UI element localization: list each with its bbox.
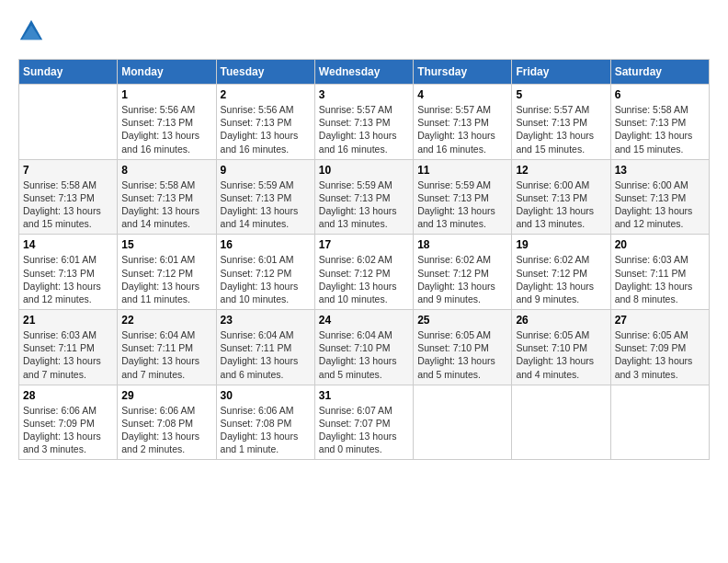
calendar-cell [19, 85, 118, 160]
day-info: Sunrise: 5:57 AMSunset: 7:13 PMDaylight:… [417, 104, 495, 155]
calendar-cell: 6 Sunrise: 5:58 AMSunset: 7:13 PMDayligh… [610, 85, 709, 160]
day-number: 4 [417, 88, 507, 101]
day-info: Sunrise: 6:01 AMSunset: 7:12 PMDaylight:… [221, 254, 299, 304]
calendar-cell: 8 Sunrise: 5:58 AMSunset: 7:13 PMDayligh… [118, 159, 216, 235]
calendar-cell: 3 Sunrise: 5:57 AMSunset: 7:13 PMDayligh… [314, 85, 413, 160]
day-info: Sunrise: 6:00 AMSunset: 7:13 PMDaylight:… [516, 179, 594, 230]
day-number: 12 [516, 164, 606, 177]
day-number: 29 [121, 389, 211, 402]
day-info: Sunrise: 5:59 AMSunset: 7:13 PMDaylight:… [417, 179, 495, 230]
day-number: 21 [23, 314, 113, 327]
day-info: Sunrise: 6:06 AMSunset: 7:08 PMDaylight:… [121, 405, 199, 455]
day-info: Sunrise: 6:04 AMSunset: 7:11 PMDaylight:… [221, 329, 299, 380]
col-header-sunday: Sunday [19, 60, 118, 85]
day-info: Sunrise: 6:02 AMSunset: 7:12 PMDaylight:… [417, 254, 495, 304]
day-number: 5 [516, 88, 606, 101]
calendar-week-row: 14 Sunrise: 6:01 AMSunset: 7:13 PMDaylig… [19, 235, 710, 310]
calendar-cell: 7 Sunrise: 5:58 AMSunset: 7:13 PMDayligh… [19, 159, 118, 235]
calendar-table: SundayMondayTuesdayWednesdayThursdayFrid… [18, 59, 710, 460]
day-info: Sunrise: 5:58 AMSunset: 7:13 PMDaylight:… [121, 179, 199, 230]
col-header-thursday: Thursday [414, 60, 512, 85]
day-number: 25 [417, 314, 507, 327]
calendar-cell: 28 Sunrise: 6:06 AMSunset: 7:09 PMDaylig… [19, 385, 118, 460]
day-info: Sunrise: 5:57 AMSunset: 7:13 PMDaylight:… [319, 104, 397, 155]
calendar-week-row: 21 Sunrise: 6:03 AMSunset: 7:11 PMDaylig… [19, 310, 710, 385]
day-info: Sunrise: 5:58 AMSunset: 7:13 PMDaylight:… [615, 104, 693, 155]
day-info: Sunrise: 6:06 AMSunset: 7:09 PMDaylight:… [23, 405, 101, 455]
day-number: 20 [615, 238, 705, 251]
day-info: Sunrise: 6:05 AMSunset: 7:10 PMDaylight:… [516, 329, 594, 380]
day-info: Sunrise: 6:06 AMSunset: 7:08 PMDaylight:… [221, 405, 299, 455]
day-info: Sunrise: 6:05 AMSunset: 7:10 PMDaylight:… [417, 329, 495, 380]
day-number: 1 [121, 88, 211, 101]
calendar-cell: 17 Sunrise: 6:02 AMSunset: 7:12 PMDaylig… [314, 235, 413, 310]
calendar-cell: 31 Sunrise: 6:07 AMSunset: 7:07 PMDaylig… [314, 385, 413, 460]
day-number: 15 [121, 238, 211, 251]
calendar-cell: 22 Sunrise: 6:04 AMSunset: 7:11 PMDaylig… [118, 310, 216, 385]
calendar-cell: 26 Sunrise: 6:05 AMSunset: 7:10 PMDaylig… [512, 310, 610, 385]
day-number: 10 [319, 164, 409, 177]
calendar-cell: 15 Sunrise: 6:01 AMSunset: 7:12 PMDaylig… [118, 235, 216, 310]
day-info: Sunrise: 5:58 AMSunset: 7:13 PMDaylight:… [23, 179, 101, 230]
day-info: Sunrise: 5:57 AMSunset: 7:13 PMDaylight:… [516, 104, 594, 155]
calendar-week-row: 1 Sunrise: 5:56 AMSunset: 7:13 PMDayligh… [19, 85, 710, 160]
day-number: 23 [221, 314, 311, 327]
calendar-cell: 16 Sunrise: 6:01 AMSunset: 7:12 PMDaylig… [216, 235, 314, 310]
day-info: Sunrise: 6:03 AMSunset: 7:11 PMDaylight:… [23, 329, 101, 380]
day-info: Sunrise: 5:56 AMSunset: 7:13 PMDaylight:… [121, 104, 199, 155]
day-number: 8 [121, 164, 211, 177]
calendar-cell: 13 Sunrise: 6:00 AMSunset: 7:13 PMDaylig… [610, 159, 709, 235]
page-header [18, 18, 710, 44]
day-info: Sunrise: 6:05 AMSunset: 7:09 PMDaylight:… [615, 329, 693, 380]
day-number: 22 [121, 314, 211, 327]
day-info: Sunrise: 6:00 AMSunset: 7:13 PMDaylight:… [615, 179, 693, 230]
day-info: Sunrise: 6:04 AMSunset: 7:10 PMDaylight:… [319, 329, 397, 380]
calendar-cell: 9 Sunrise: 5:59 AMSunset: 7:13 PMDayligh… [216, 159, 314, 235]
day-number: 6 [615, 88, 705, 101]
day-number: 9 [221, 164, 311, 177]
day-number: 27 [615, 314, 705, 327]
calendar-cell: 18 Sunrise: 6:02 AMSunset: 7:12 PMDaylig… [414, 235, 512, 310]
logo [18, 18, 48, 44]
calendar-cell: 24 Sunrise: 6:04 AMSunset: 7:10 PMDaylig… [314, 310, 413, 385]
col-header-friday: Friday [512, 60, 610, 85]
day-info: Sunrise: 5:59 AMSunset: 7:13 PMDaylight:… [319, 179, 397, 230]
day-number: 30 [221, 389, 311, 402]
day-number: 3 [319, 88, 409, 101]
calendar-cell [610, 385, 709, 460]
day-info: Sunrise: 6:01 AMSunset: 7:13 PMDaylight:… [23, 254, 101, 304]
day-number: 31 [319, 389, 409, 402]
calendar-cell: 23 Sunrise: 6:04 AMSunset: 7:11 PMDaylig… [216, 310, 314, 385]
calendar-cell: 12 Sunrise: 6:00 AMSunset: 7:13 PMDaylig… [512, 159, 610, 235]
day-number: 24 [319, 314, 409, 327]
calendar-cell: 2 Sunrise: 5:56 AMSunset: 7:13 PMDayligh… [216, 85, 314, 160]
day-info: Sunrise: 6:03 AMSunset: 7:11 PMDaylight:… [615, 254, 693, 304]
calendar-cell [512, 385, 610, 460]
calendar-cell [414, 385, 512, 460]
calendar-cell: 25 Sunrise: 6:05 AMSunset: 7:10 PMDaylig… [414, 310, 512, 385]
logo-icon [18, 18, 44, 44]
day-info: Sunrise: 6:01 AMSunset: 7:12 PMDaylight:… [121, 254, 199, 304]
calendar-header-row: SundayMondayTuesdayWednesdayThursdayFrid… [19, 60, 710, 85]
calendar-cell: 30 Sunrise: 6:06 AMSunset: 7:08 PMDaylig… [216, 385, 314, 460]
day-info: Sunrise: 5:56 AMSunset: 7:13 PMDaylight:… [221, 104, 299, 155]
calendar-cell: 19 Sunrise: 6:02 AMSunset: 7:12 PMDaylig… [512, 235, 610, 310]
day-number: 26 [516, 314, 606, 327]
day-info: Sunrise: 5:59 AMSunset: 7:13 PMDaylight:… [221, 179, 299, 230]
col-header-tuesday: Tuesday [216, 60, 314, 85]
day-number: 7 [23, 164, 113, 177]
day-number: 17 [319, 238, 409, 251]
day-number: 2 [221, 88, 311, 101]
col-header-wednesday: Wednesday [314, 60, 413, 85]
calendar-week-row: 7 Sunrise: 5:58 AMSunset: 7:13 PMDayligh… [19, 159, 710, 235]
calendar-cell: 11 Sunrise: 5:59 AMSunset: 7:13 PMDaylig… [414, 159, 512, 235]
day-number: 18 [417, 238, 507, 251]
day-number: 11 [417, 164, 507, 177]
calendar-cell: 29 Sunrise: 6:06 AMSunset: 7:08 PMDaylig… [118, 385, 216, 460]
day-number: 19 [516, 238, 606, 251]
col-header-saturday: Saturday [610, 60, 709, 85]
calendar-cell: 10 Sunrise: 5:59 AMSunset: 7:13 PMDaylig… [314, 159, 413, 235]
day-info: Sunrise: 6:02 AMSunset: 7:12 PMDaylight:… [516, 254, 594, 304]
calendar-cell: 4 Sunrise: 5:57 AMSunset: 7:13 PMDayligh… [414, 85, 512, 160]
calendar-cell: 20 Sunrise: 6:03 AMSunset: 7:11 PMDaylig… [610, 235, 709, 310]
